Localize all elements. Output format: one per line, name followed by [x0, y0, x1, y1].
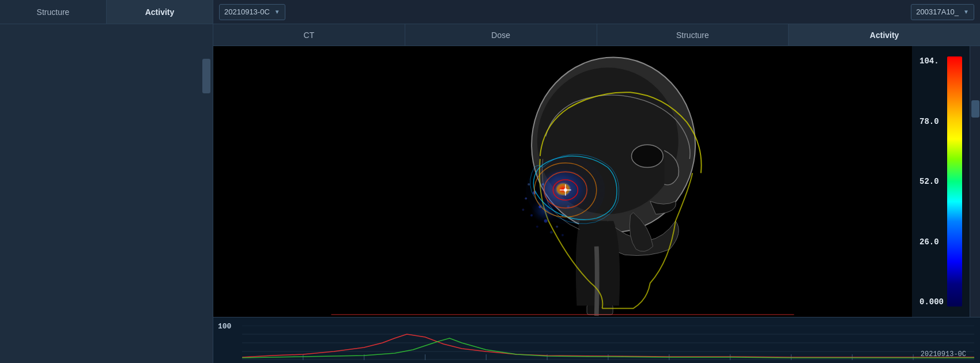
svg-point-15: [525, 197, 527, 199]
bottom-right-label: 20210913-0C: [921, 350, 966, 358]
svg-point-12: [530, 214, 533, 217]
main-area: 20210913-0C ▼ 200317A10_ ▼ CT Dose Struc…: [213, 0, 980, 363]
tab-dose[interactable]: Dose: [405, 24, 597, 46]
tab-bar: CT Dose Structure Activity: [213, 24, 980, 46]
colorscale-labels: 104. 78.0 52.0 26.0 0.000: [919, 56, 944, 307]
dropdown1-arrow-icon: ▼: [274, 9, 280, 15]
svg-point-8: [631, 145, 663, 167]
scan-viewport[interactable]: [213, 46, 912, 317]
scan-svg: [213, 46, 912, 317]
chart-y-label: 100: [218, 322, 231, 331]
svg-rect-7: [587, 304, 613, 315]
left-scrollbar-thumb[interactable]: [202, 59, 210, 93]
dropdown-session2[interactable]: 200317A10_ ▼: [911, 4, 974, 20]
toolbar: 20210913-0C ▼ 200317A10_ ▼: [213, 0, 980, 24]
colorscale-bar-gradient: [947, 56, 962, 307]
svg-point-14: [556, 225, 558, 228]
chart-area: [242, 326, 974, 360]
left-tab-structure[interactable]: Structure: [0, 0, 107, 24]
left-panel-body: [0, 24, 213, 363]
tab-activity[interactable]: Activity: [789, 24, 980, 46]
colorscale-bar-wrap: 104. 78.0 52.0 26.0 0.000: [919, 56, 962, 307]
svg-point-18: [536, 225, 538, 228]
left-panel-tabs: Structure Activity: [0, 0, 213, 24]
chart-svg: [242, 326, 974, 360]
bottom-chart: 100: [213, 317, 980, 363]
right-scrollbar[interactable]: [970, 46, 980, 317]
dropdown-session1[interactable]: 20210913-0C ▼: [219, 4, 285, 20]
colorscale-label-max: 104.: [919, 56, 944, 66]
right-scrollbar-thumb[interactable]: [971, 100, 979, 118]
colorscale-label-26: 26.0: [919, 237, 944, 247]
tab-structure[interactable]: Structure: [597, 24, 789, 46]
left-panel: Structure Activity: [0, 0, 213, 363]
viewer-container: 104. 78.0 52.0 26.0 0.000 100: [213, 46, 980, 363]
left-tab-activity[interactable]: Activity: [107, 0, 213, 24]
svg-point-23: [561, 234, 564, 236]
dropdown2-arrow-icon: ▼: [963, 9, 969, 15]
svg-point-16: [550, 231, 553, 234]
viewer-main: 104. 78.0 52.0 26.0 0.000: [213, 46, 980, 317]
colorscale-label-78: 78.0: [919, 117, 944, 126]
tab-ct[interactable]: CT: [213, 24, 405, 46]
svg-point-28: [564, 188, 567, 192]
colorscale-label-52: 52.0: [919, 177, 944, 186]
colorscale-label-min: 0.000: [919, 297, 944, 307]
svg-point-22: [522, 209, 525, 211]
colorscale-panel: 104. 78.0 52.0 26.0 0.000: [912, 46, 970, 317]
